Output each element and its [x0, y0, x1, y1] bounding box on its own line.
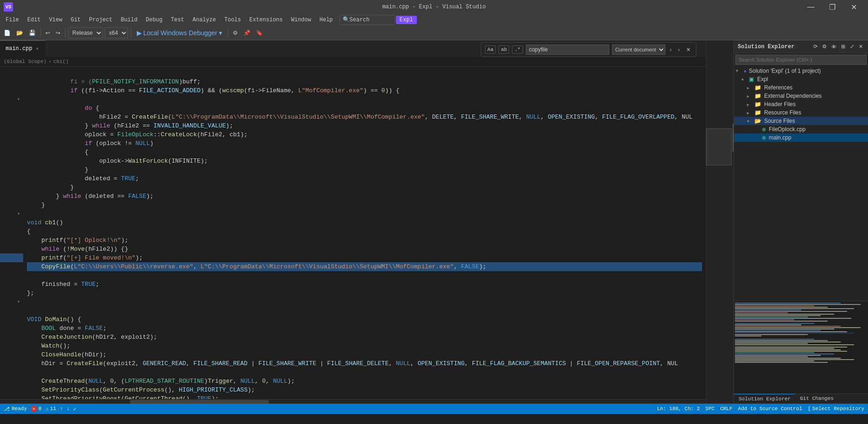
breadcrumb-part-2[interactable]: cb1() [53, 59, 69, 64]
match-case-btn[interactable]: Aa [485, 45, 496, 54]
warning-count: 11 [50, 406, 56, 411]
menu-view[interactable]: View [45, 16, 66, 24]
regex-btn[interactable]: .* [512, 45, 523, 54]
select-repository-button[interactable]: [ Select Repository [808, 406, 864, 411]
close-button[interactable]: ✕ [843, 0, 864, 14]
editor-area: main.cpp ✕ (Global Scope) › cb1() Aa ab … [0, 40, 706, 404]
error-badge[interactable]: ✕ 0 [31, 405, 42, 412]
separator-4 [228, 28, 228, 38]
se-expand-button[interactable]: ⤢ [849, 43, 855, 50]
add-to-source-control-button[interactable]: Add to Source Control [738, 406, 803, 411]
se-sync-button[interactable]: ⟳ [812, 43, 819, 50]
menu-project[interactable]: Project [85, 16, 116, 24]
toolbar-misc-1[interactable]: ⚙ [231, 29, 240, 37]
menu-extensions[interactable]: Extensions [246, 16, 287, 24]
menu-bar: File Edit View Git Project Build Debug T… [0, 14, 868, 25]
error-count: 0 [38, 406, 42, 411]
cpp-file-icon-1: ⊕ [762, 127, 766, 133]
menu-debug[interactable]: Debug [142, 16, 166, 24]
se-search-container [734, 53, 868, 66]
se-tab-git-changes[interactable]: Git Changes [795, 394, 838, 404]
status-ready-text: Ready [12, 406, 27, 411]
minimize-button[interactable]: — [800, 0, 822, 14]
check-icon[interactable]: ✓ [73, 406, 77, 412]
se-header: Solution Explorer ⟳ ⚙ 👁 ⊞ ⤢ ✕ [734, 40, 868, 53]
code-editor[interactable]: ​ ​ ​ ​▾ ​ ​ ​ ​ ​ ​ ​ ​ ​ ​ ​ ​ ​▾ [0, 67, 706, 399]
se-header-files-node[interactable]: ▸ 📁 Header Files [734, 100, 868, 108]
save-button[interactable]: 💾 [27, 29, 38, 37]
se-header-buttons: ⟳ ⚙ 👁 ⊞ ⤢ ✕ [812, 43, 864, 50]
find-next-btn[interactable]: › [676, 46, 682, 53]
se-resource-files-node[interactable]: ▸ 📁 Resource Files [734, 108, 868, 117]
git-icon: ⎇ [4, 406, 10, 412]
menu-file[interactable]: File [2, 16, 23, 24]
platform-select[interactable]: x64 [105, 27, 128, 38]
code-content[interactable]: fi = (PFILE_NOTIFY_INFORMATION)buff; if … [23, 67, 706, 399]
toolbar-misc-2[interactable]: 📌 [242, 29, 252, 37]
title-bar-left: VS [4, 2, 13, 12]
se-tab-solution-explorer[interactable]: Solution Explorer [734, 394, 795, 404]
project-icon: ▣ [749, 76, 754, 82]
se-header-files-expand: ▸ [747, 102, 753, 107]
menu-test[interactable]: Test [167, 16, 188, 24]
toolbar-misc-3[interactable]: 🔖 [254, 29, 265, 37]
warning-badge[interactable]: ⚠ 11 [45, 405, 56, 412]
find-prev-btn[interactable]: ‹ [668, 46, 674, 53]
find-widget: Aa ab .* Current document ‹ › ✕ [481, 42, 696, 57]
restore-button[interactable]: ❐ [822, 0, 843, 14]
new-file-button[interactable]: 📄 [2, 29, 13, 37]
se-references-node[interactable]: ▸ 📁 References [734, 83, 868, 92]
redo-button[interactable]: ↪ [54, 29, 62, 37]
menu-tools[interactable]: Tools [221, 16, 245, 24]
external-deps-icon: 📁 [754, 93, 761, 99]
error-icon: ✕ [31, 405, 37, 412]
se-preview-button[interactable]: 👁 [830, 43, 838, 50]
horizontal-scrollbar[interactable] [0, 399, 706, 404]
config-select[interactable]: Release [68, 27, 103, 38]
find-input[interactable] [526, 44, 609, 55]
down-arrow[interactable]: ↓ [67, 406, 70, 411]
find-close-btn[interactable]: ✕ [684, 46, 692, 54]
open-file-button[interactable]: 📂 [14, 29, 25, 37]
se-props-button[interactable]: ⚙ [821, 43, 828, 50]
run-button[interactable]: ▶ Local Windows Debugger ▾ [134, 28, 225, 38]
breadcrumb-part-1[interactable]: (Global Scope) [4, 59, 46, 64]
se-source-files-expand: ▾ [747, 119, 753, 124]
tab-close-button[interactable]: ✕ [35, 45, 40, 52]
se-maincpp-node[interactable]: ⊕ main.cpp [734, 133, 868, 142]
se-search-input[interactable] [735, 55, 867, 65]
line-ending-indicator[interactable]: CRLF [720, 406, 732, 411]
se-solution-node[interactable]: ▾ ⬧ Solution 'Expl' (1 of 1 project) [734, 66, 868, 75]
references-icon: 📁 [754, 84, 761, 91]
warning-icon: ⚠ [45, 405, 49, 412]
spaces-indicator[interactable]: SPC [705, 406, 715, 411]
menu-build[interactable]: Build [117, 16, 141, 24]
se-external-deps-node[interactable]: ▸ 📁 External Dependencies [734, 92, 868, 100]
se-project-node[interactable]: ▾ ▣ Expl [734, 75, 868, 83]
menu-analyze[interactable]: Analyze [189, 16, 219, 24]
search-box-menu[interactable]: 🔍 Search [339, 15, 395, 25]
line-col-indicator[interactable]: Ln: 188, Ch: 2 [657, 406, 700, 411]
breadcrumb: (Global Scope) › cb1() [0, 57, 706, 67]
tab-main-cpp[interactable]: main.cpp ✕ [0, 40, 45, 57]
expl-active-tab[interactable]: Expl [396, 16, 417, 24]
find-scope-select[interactable]: Current document [612, 44, 665, 55]
se-source-files-node[interactable]: ▾ 📂 Source Files [734, 117, 868, 125]
se-fileoplock-node[interactable]: ⊕ FileOplock.cpp [734, 125, 868, 133]
up-arrow[interactable]: ↑ [60, 406, 63, 411]
toolbar: 📄 📂 💾 ↩ ↪ Release x64 ▶ Local Windows De… [0, 25, 868, 40]
menu-edit[interactable]: Edit [24, 16, 45, 24]
undo-button[interactable]: ↩ [44, 29, 52, 37]
status-bar-right: Ln: 188, Ch: 2 SPC CRLF Add to Source Co… [657, 406, 864, 411]
menu-window[interactable]: Window [287, 16, 315, 24]
select-repo-label: Select Repository [812, 406, 864, 411]
se-references-expand: ▸ [747, 85, 753, 90]
se-bottom-tabs: Solution Explorer Git Changes [734, 393, 868, 404]
se-close-button[interactable]: ✕ [857, 43, 864, 50]
whole-word-btn[interactable]: ab [498, 45, 509, 54]
se-filter-button[interactable]: ⊞ [840, 43, 847, 50]
cpp-file-icon-2: ⊕ [762, 135, 766, 141]
solution-icon: ⬧ [743, 67, 747, 74]
menu-git[interactable]: Git [67, 16, 84, 24]
menu-help[interactable]: Help [316, 16, 337, 24]
